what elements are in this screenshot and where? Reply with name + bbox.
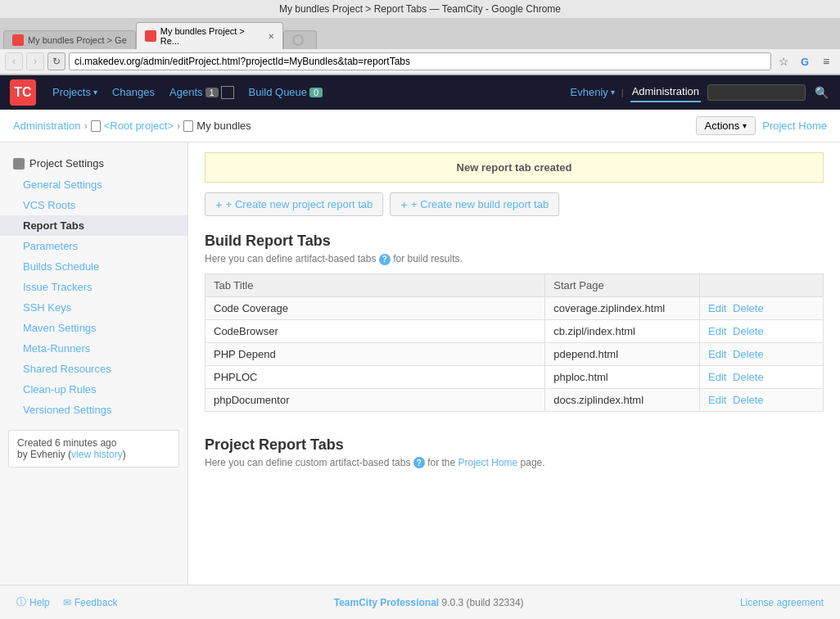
breadcrumb-root[interactable]: <Root project> [104,120,174,132]
sidebar-link-maven[interactable]: Maven Settings [0,318,187,338]
sidebar-item-cleanup[interactable]: Clean-up Rules [0,379,187,400]
user-link[interactable]: Evheniy ▾ [571,86,615,98]
create-build-report-tab-button[interactable]: + + Create new build report tab [390,192,559,216]
sidebar-link-versioned[interactable]: Versioned Settings [0,400,187,420]
delete-link[interactable]: Delete [733,348,764,360]
browser-title: My bundles Project > Report Tabs — TeamC… [279,3,561,15]
sidebar-link-shared-resources[interactable]: Shared Resources [0,359,187,379]
edit-link[interactable]: Edit [708,371,726,383]
help-link[interactable]: ⓘ Help [16,595,50,609]
sidebar-link-cleanup[interactable]: Clean-up Rules [0,379,187,400]
app-header: TC Projects ▾ Changes Agents 1 Build Que… [0,75,840,110]
edit-link[interactable]: Edit [708,394,726,406]
search-icon[interactable]: 🔍 [812,84,830,102]
sidebar-link-issue-trackers[interactable]: Issue Trackers [0,277,187,297]
browser-tab-2[interactable]: My bundles Project > Re... ✕ [136,22,283,49]
nav-agents[interactable]: Agents 1 [163,83,240,102]
root-project-icon [91,120,101,132]
project-section-desc: Here you can define custom artifact-base… [205,457,824,469]
search-input[interactable] [707,84,806,101]
project-home-ref-link[interactable]: Project Home [458,457,518,468]
breadcrumb-current: My bundles [196,120,251,132]
edit-link[interactable]: Edit [708,325,726,337]
nav-projects-label: Projects [52,86,91,98]
forward-button[interactable]: › [26,52,44,70]
sidebar-item-ssh-keys[interactable]: SSH Keys [0,297,187,318]
help-icon-build[interactable]: ? [379,254,391,265]
feedback-icon: ✉ [63,597,71,608]
build-queue-badge: 0 [309,88,323,97]
project-home-link[interactable]: Project Home [762,120,827,132]
feedback-link[interactable]: ✉ Feedback [63,595,118,609]
sidebar-section-title: Project Settings [0,152,187,174]
create-project-report-tab-button[interactable]: + + Create new project report tab [205,192,383,216]
delete-link[interactable]: Delete [733,394,764,406]
nav-build-queue[interactable]: Build Queue 0 [242,83,330,102]
project-desc-suffix: for the [427,457,455,468]
sidebar-link-vcs[interactable]: VCS Roots [0,195,187,215]
sidebar-link-meta-runners[interactable]: Meta-Runners [0,338,187,359]
sidebar-item-shared-resources[interactable]: Shared Resources [0,359,187,379]
sidebar-item-vcs[interactable]: VCS Roots [0,195,187,215]
cell-row-actions: Edit Delete [700,319,824,342]
cell-start-page: cb.zipl/index.html [545,319,700,342]
tab-loading-3 [292,34,304,46]
sidebar-item-meta-runners[interactable]: Meta-Runners [0,338,187,359]
tab-close-2[interactable]: ✕ [268,32,274,41]
browser-tab-3[interactable] [283,30,317,49]
product-link[interactable]: TeamCity Professional [334,597,442,608]
google-icon[interactable]: G [796,52,814,70]
footer-left: ⓘ Help ✉ Feedback [16,595,117,609]
sidebar-item-issue-trackers[interactable]: Issue Trackers [0,277,187,297]
sidebar-link-builds-schedule[interactable]: Builds Schedule [0,256,187,277]
sidebar-item-general[interactable]: General Settings [0,174,187,195]
sidebar-link-ssh-keys[interactable]: SSH Keys [0,297,187,318]
actions-label: Actions [705,120,740,132]
build-section-title: Build Report Tabs [205,233,824,250]
nav-changes[interactable]: Changes [106,83,161,102]
sidebar-link-general[interactable]: General Settings [0,174,187,195]
help-icon-project[interactable]: ? [413,457,425,468]
actions-button[interactable]: Actions ▾ [696,116,756,135]
sidebar-item-report-tabs[interactable]: Report Tabs [0,215,187,236]
sidebar-info: Created 6 minutes ago by Evheniy (view h… [8,430,179,468]
cell-start-page: docs.ziplindex.html [545,388,700,411]
plus-icon-1: + [215,197,223,211]
browser-tab-1[interactable]: My bundles Project > Ge [3,30,136,49]
view-history-link[interactable]: view history [71,449,123,460]
user-chevron: ▾ [611,88,615,97]
sidebar-link-report-tabs[interactable]: Report Tabs [0,215,187,236]
nav-projects[interactable]: Projects ▾ [46,83,104,102]
project-desc-end: page. [521,457,545,468]
sidebar-item-parameters[interactable]: Parameters [0,236,187,256]
bookmark-icon[interactable]: ☆ [775,52,793,70]
edit-link[interactable]: Edit [708,302,726,314]
tab-label-2: My bundles Project > Re... [160,26,263,46]
col-header-start-page: Start Page [545,273,700,296]
breadcrumb-admin[interactable]: Administration [13,120,80,132]
build-desc-suffix: for build results. [393,253,463,264]
sidebar-item-builds-schedule[interactable]: Builds Schedule [0,256,187,277]
back-button[interactable]: ‹ [5,52,23,70]
address-bar[interactable] [69,52,771,70]
refresh-button[interactable]: ↻ [47,52,65,70]
project-report-section: Project Report Tabs Here you can define … [205,436,824,469]
admin-link[interactable]: Administration [630,82,701,102]
breadcrumb-actions: Actions ▾ Project Home [696,116,827,135]
sidebar-item-maven[interactable]: Maven Settings [0,318,187,338]
col-header-actions [700,273,824,296]
browser-tabs: My bundles Project > Ge My bundles Proje… [0,19,840,49]
cell-row-actions: Edit Delete [700,296,824,319]
sidebar-link-parameters[interactable]: Parameters [0,236,187,256]
license-link[interactable]: License agreement [740,597,824,608]
delete-link[interactable]: Delete [733,302,764,314]
edit-link[interactable]: Edit [708,348,726,360]
cell-tab-title: phpDocumentor [205,388,545,411]
my-bundles-icon [183,120,193,132]
app-logo: TC [10,79,36,106]
project-home-label: Project Home [762,120,827,132]
sidebar-item-versioned[interactable]: Versioned Settings [0,400,187,420]
menu-icon[interactable]: ≡ [817,52,835,70]
delete-link[interactable]: Delete [733,371,764,383]
delete-link[interactable]: Delete [733,325,764,337]
